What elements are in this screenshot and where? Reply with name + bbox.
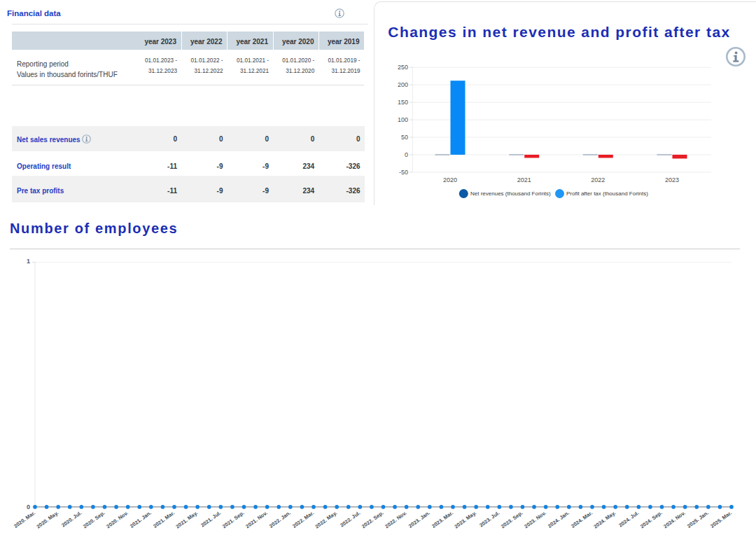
- svg-text:2023. Jul.: 2023. Jul.: [478, 510, 500, 529]
- svg-text:2024. Nov.: 2024. Nov.: [662, 510, 686, 529]
- svg-text:200: 200: [398, 81, 408, 88]
- svg-text:2022. Nov.: 2022. Nov.: [384, 510, 407, 529]
- svg-text:2020. Jul.: 2020. Jul.: [60, 510, 83, 529]
- svg-text:2022: 2022: [591, 176, 605, 183]
- svg-text:Net revenues (thousand Forints: Net revenues (thousand Forints): [470, 190, 551, 197]
- svg-text:Profit after tax (thousand For: Profit after tax (thousand Forints): [566, 190, 648, 197]
- svg-text:2021. Jan.: 2021. Jan.: [129, 510, 153, 529]
- svg-text:2023: 2023: [665, 176, 679, 183]
- svg-text:100: 100: [398, 116, 408, 123]
- svg-text:2024. May.: 2024. May.: [592, 510, 617, 530]
- svg-text:2023. May.: 2023. May.: [453, 510, 477, 530]
- svg-text:2022. Jan.: 2022. Jan.: [268, 510, 292, 529]
- svg-text:2021. Sep.: 2021. Sep.: [221, 510, 246, 530]
- svg-text:2023. Sep.: 2023. Sep.: [500, 510, 524, 530]
- svg-text:2020. Mar.: 2020. Mar.: [13, 510, 36, 529]
- svg-text:2025. Jan.: 2025. Jan.: [686, 510, 710, 529]
- svg-text:2020. May.: 2020. May.: [35, 510, 59, 530]
- svg-text:2020. Nov.: 2020. Nov.: [105, 510, 129, 529]
- svg-text:2024. Mar.: 2024. Mar.: [570, 510, 594, 529]
- svg-text:150: 150: [398, 99, 408, 106]
- svg-text:2024. Jan.: 2024. Jan.: [547, 510, 570, 529]
- svg-text:2022. Sep.: 2022. Sep.: [360, 510, 385, 530]
- svg-text:2022. May.: 2022. May.: [314, 510, 338, 530]
- svg-text:2021: 2021: [517, 176, 531, 183]
- svg-text:2021. Mar.: 2021. Mar.: [152, 510, 176, 529]
- svg-text:2020: 2020: [443, 176, 457, 183]
- svg-text:2024. Sep.: 2024. Sep.: [639, 510, 664, 530]
- svg-text:2022. Mar.: 2022. Mar.: [291, 510, 315, 529]
- svg-text:2023. Mar.: 2023. Mar.: [430, 510, 454, 529]
- svg-text:2021. Jul.: 2021. Jul.: [200, 510, 222, 529]
- svg-text:2020. Sep.: 2020. Sep.: [82, 510, 106, 530]
- svg-text:-50: -50: [399, 169, 408, 176]
- svg-text:0: 0: [27, 503, 30, 510]
- svg-text:0: 0: [405, 151, 408, 158]
- svg-text:2022. Jul.: 2022. Jul.: [339, 510, 361, 529]
- svg-text:1: 1: [27, 258, 30, 265]
- svg-text:2021. May.: 2021. May.: [174, 510, 199, 530]
- svg-text:2025. Mar.: 2025. Mar.: [709, 510, 733, 529]
- svg-text:2024. Jul.: 2024. Jul.: [617, 510, 640, 529]
- svg-text:50: 50: [401, 134, 408, 141]
- svg-text:2023. Nov.: 2023. Nov.: [523, 510, 547, 529]
- svg-text:2023. Jan.: 2023. Jan.: [407, 510, 431, 529]
- svg-text:250: 250: [398, 64, 408, 71]
- svg-text:2021. Nov.: 2021. Nov.: [244, 510, 268, 529]
